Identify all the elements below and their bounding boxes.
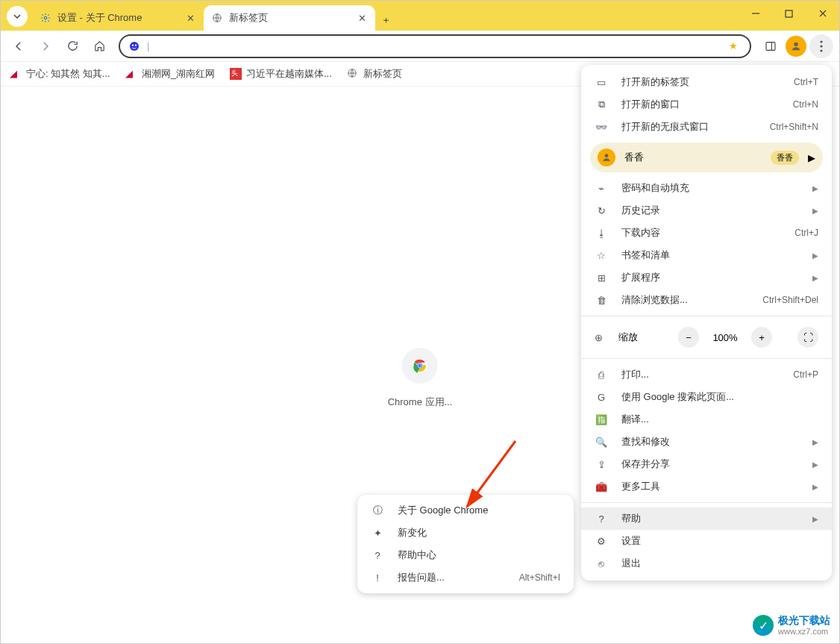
menu-new-window[interactable]: ⧉打开新的窗口Ctrl+N bbox=[581, 93, 832, 116]
apps-shortcut[interactable]: Chrome 应用... bbox=[388, 348, 453, 409]
exit-icon: ⎋ bbox=[595, 558, 608, 569]
menu-settings[interactable]: ⚙设置 bbox=[581, 530, 832, 552]
menu-separator bbox=[581, 502, 832, 503]
svg-rect-7 bbox=[766, 42, 775, 50]
menu-downloads[interactable]: ⭳下载内容Ctrl+J bbox=[581, 222, 832, 244]
maximize-button[interactable] bbox=[772, 1, 806, 26]
menu-separator bbox=[581, 316, 832, 316]
menu-profile-row[interactable]: 香香 香香 ▶ bbox=[590, 143, 823, 172]
reload-button[interactable] bbox=[60, 34, 84, 58]
chevron-right-icon: ▶ bbox=[812, 274, 818, 282]
tab-newtab[interactable]: 新标签页 ✕ bbox=[204, 5, 375, 31]
zoom-icon: ⊕ bbox=[595, 332, 608, 343]
submenu-about-chrome[interactable]: ⓘ关于 Google Chrome bbox=[357, 499, 574, 522]
download-icon: ⭳ bbox=[595, 228, 608, 239]
svg-point-4 bbox=[130, 42, 139, 51]
key-icon: ⌁ bbox=[595, 183, 608, 194]
menu-bookmarks[interactable]: ☆书签和清单▶ bbox=[581, 244, 832, 266]
gear-icon: ⚙ bbox=[595, 536, 608, 547]
window-icon: ⧉ bbox=[595, 99, 608, 110]
submenu-help-center[interactable]: ?帮助中心 bbox=[357, 544, 574, 566]
submenu-whats-new[interactable]: ✦新变化 bbox=[357, 522, 574, 544]
globe-icon bbox=[347, 68, 359, 80]
svg-point-5 bbox=[132, 44, 134, 46]
tab-icon: ▭ bbox=[595, 77, 608, 88]
zoom-in-button[interactable]: + bbox=[751, 327, 772, 348]
close-window-button[interactable] bbox=[806, 1, 839, 26]
side-panel-button[interactable] bbox=[759, 34, 783, 58]
help-icon: ? bbox=[595, 513, 608, 525]
home-button[interactable] bbox=[87, 34, 111, 58]
chrome-menu-button[interactable] bbox=[809, 34, 833, 58]
back-button[interactable] bbox=[7, 34, 31, 58]
help-icon: ? bbox=[371, 550, 384, 561]
watermark: ✓ 极光下载站 www.xz7.com bbox=[753, 615, 830, 636]
address-bar[interactable]: | ★ bbox=[119, 34, 751, 58]
bookmark-star-icon[interactable]: ★ bbox=[729, 40, 742, 51]
toolbox-icon: 🧰 bbox=[595, 481, 608, 493]
tab-title: 设置 - 关于 Chrome bbox=[57, 11, 178, 25]
menu-new-tab[interactable]: ▭打开新的标签页Ctrl+T bbox=[581, 71, 832, 93]
menu-find[interactable]: 🔍查找和修改▶ bbox=[581, 431, 832, 453]
bookmark-item[interactable]: 新标签页 bbox=[347, 67, 402, 81]
tab-close-button[interactable]: ✕ bbox=[184, 12, 196, 24]
puzzle-icon: ⊞ bbox=[595, 272, 608, 284]
menu-print[interactable]: ⎙打印...Ctrl+P bbox=[581, 363, 832, 386]
sparkle-icon: ✦ bbox=[371, 528, 384, 539]
tab-title: 新标签页 bbox=[229, 11, 350, 25]
chevron-right-icon: ▶ bbox=[812, 483, 818, 491]
zoom-out-button[interactable]: − bbox=[678, 327, 699, 348]
zoom-value: 100% bbox=[709, 332, 741, 343]
info-icon: ⓘ bbox=[371, 504, 384, 517]
menu-incognito[interactable]: 👓打开新的无痕式窗口Ctrl+Shift+N bbox=[581, 116, 832, 138]
star-icon: ☆ bbox=[595, 250, 608, 261]
menu-search-page[interactable]: G使用 Google 搜索此页面... bbox=[581, 386, 832, 408]
bookmark-favicon: 头条 bbox=[230, 68, 242, 80]
globe-icon bbox=[211, 12, 223, 24]
menu-translate[interactable]: 🈯翻译... bbox=[581, 408, 832, 431]
bookmark-favicon: ◢ bbox=[125, 68, 137, 80]
menu-help[interactable]: ?帮助▶ bbox=[581, 507, 832, 530]
bookmark-item[interactable]: ◢湘潮网_湖南红网 bbox=[125, 67, 215, 81]
menu-zoom-row: ⊕ 缩放 − 100% + ⛶ bbox=[581, 321, 832, 354]
fullscreen-button[interactable]: ⛶ bbox=[797, 327, 818, 348]
tab-strip: 设置 - 关于 Chrome ✕ 新标签页 ✕ ＋ bbox=[1, 1, 839, 31]
chevron-right-icon: ▶ bbox=[812, 184, 818, 193]
tab-close-button[interactable]: ✕ bbox=[356, 12, 368, 24]
gear-icon bbox=[40, 12, 51, 24]
toolbar: | ★ bbox=[1, 31, 839, 62]
svg-point-10 bbox=[820, 40, 822, 43]
submenu-report-issue[interactable]: !报告问题...Alt+Shift+I bbox=[357, 566, 574, 589]
bookmark-item[interactable]: ◢宁心: 知其然 知其... bbox=[10, 67, 110, 81]
url-input[interactable] bbox=[155, 40, 723, 52]
chevron-right-icon: ▶ bbox=[808, 152, 815, 163]
trash-icon: 🗑 bbox=[595, 295, 608, 306]
new-tab-button[interactable]: ＋ bbox=[375, 10, 396, 31]
tab-settings[interactable]: 设置 - 关于 Chrome ✕ bbox=[32, 5, 204, 31]
menu-passwords[interactable]: ⌁密码和自动填充▶ bbox=[581, 177, 832, 199]
google-icon: G bbox=[595, 392, 608, 403]
minimize-button[interactable] bbox=[739, 1, 772, 26]
bookmark-item[interactable]: 头条习近平在越南媒体... bbox=[230, 67, 332, 81]
print-icon: ⎙ bbox=[595, 369, 608, 381]
help-submenu: ⓘ关于 Google Chrome ✦新变化 ?帮助中心 !报告问题...Alt… bbox=[357, 495, 574, 593]
incognito-icon: 👓 bbox=[595, 122, 608, 133]
menu-history[interactable]: ↻历史记录▶ bbox=[581, 199, 832, 222]
share-icon: ⇪ bbox=[595, 459, 608, 470]
search-engine-icon bbox=[128, 40, 141, 53]
watermark-logo-icon: ✓ bbox=[753, 615, 774, 636]
menu-exit[interactable]: ⎋退出 bbox=[581, 552, 832, 575]
svg-point-6 bbox=[135, 44, 137, 46]
menu-extensions[interactable]: ⊞扩展程序▶ bbox=[581, 266, 832, 289]
menu-share[interactable]: ⇪保存并分享▶ bbox=[581, 453, 832, 475]
history-icon: ↻ bbox=[595, 205, 608, 216]
chevron-down-icon bbox=[13, 12, 22, 21]
profile-avatar-button[interactable] bbox=[786, 36, 806, 57]
svg-point-9 bbox=[794, 42, 797, 46]
translate-icon: 🈯 bbox=[595, 414, 608, 425]
forward-button[interactable] bbox=[34, 34, 57, 58]
tab-search-button[interactable] bbox=[7, 6, 28, 27]
menu-more-tools[interactable]: 🧰更多工具▶ bbox=[581, 475, 832, 498]
menu-clear-data[interactable]: 🗑清除浏览数据...Ctrl+Shift+Del bbox=[581, 289, 832, 311]
avatar-icon bbox=[598, 149, 615, 166]
